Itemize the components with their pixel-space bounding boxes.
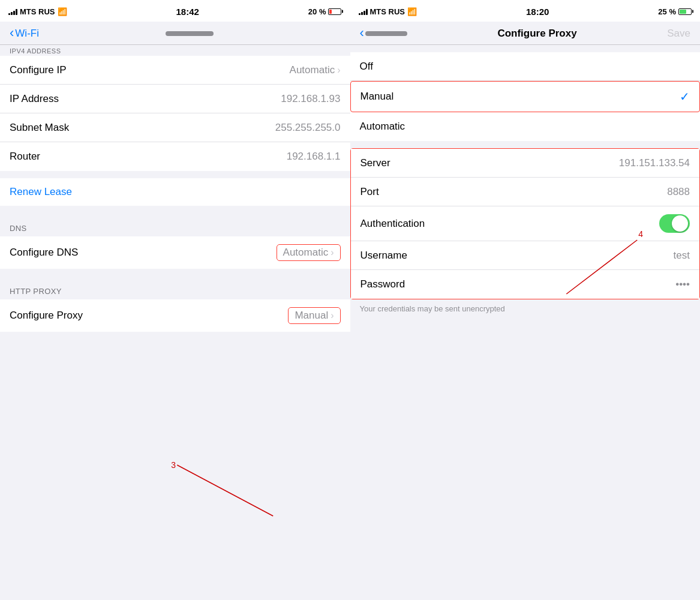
authentication-row[interactable]: Authentication — [351, 206, 700, 241]
carrier-label: MTS RUS — [20, 7, 55, 16]
right-carrier-label: MTS RUS — [370, 7, 405, 16]
right-battery-pct: 25 % — [658, 7, 676, 16]
port-label: Port — [360, 186, 379, 198]
subnet-mask-label: Subnet Mask — [10, 122, 69, 134]
router-value: 192.168.1.1 — [287, 151, 341, 163]
automatic-label: Automatic — [360, 121, 405, 133]
right-status-right: 25 % — [658, 7, 692, 16]
proxy-fields-group: Server 191.151.133.54 Port 8888 Authenti… — [350, 148, 701, 299]
signal-icon — [8, 8, 17, 15]
dns-group: Configure DNS Automatic › — [0, 236, 350, 269]
save-button[interactable]: Save — [667, 28, 690, 40]
configure-ip-label: Configure IP — [10, 64, 67, 76]
configure-ip-row[interactable]: Configure IP Automatic › — [0, 56, 350, 85]
left-status-bar: MTS RUS 📶 18:42 20 % — [0, 0, 350, 22]
configure-proxy-label: Configure Proxy — [10, 310, 83, 322]
configure-ip-value: Automatic › — [290, 64, 341, 76]
manual-label: Manual — [360, 91, 394, 103]
credentials-note: Your credentials may be sent unencrypted — [350, 299, 701, 318]
chevron-proxy-icon: › — [331, 310, 334, 321]
proxy-options-group: Off Manual ✓ Automatic — [350, 52, 701, 141]
password-row[interactable]: Password •••• — [351, 270, 700, 299]
proxy-option-automatic[interactable]: Automatic — [350, 112, 701, 141]
spacer-2 — [0, 206, 350, 213]
server-value: 191.151.133.54 — [619, 157, 690, 169]
network-pill — [166, 31, 214, 36]
configure-proxy-value: Manual › — [288, 307, 340, 324]
subnet-mask-row: Subnet Mask 255.255.255.0 — [0, 113, 350, 142]
svg-text:3: 3 — [171, 460, 176, 470]
toggle-knob — [672, 215, 688, 232]
router-label: Router — [10, 151, 40, 163]
left-status-right: 20 % — [308, 7, 342, 16]
renew-lease-group: Renew Lease — [0, 178, 350, 206]
right-panel: MTS RUS 📶 18:20 25 % ‹ Configure Proxy S… — [350, 0, 701, 600]
battery-pct-label: 20 % — [308, 7, 326, 16]
chevron-left-icon: ‹ — [10, 26, 14, 40]
username-label: Username — [360, 250, 407, 262]
right-spacer-mid — [350, 141, 701, 148]
port-value: 8888 — [667, 186, 690, 198]
port-row[interactable]: Port 8888 — [351, 178, 700, 206]
right-signal-icon — [359, 8, 368, 15]
http-proxy-group: Configure Proxy Manual › — [0, 299, 350, 332]
ipv4-header: IPv4 ADDRESS — [0, 45, 350, 56]
proxy-option-off[interactable]: Off — [350, 52, 701, 81]
authentication-label: Authentication — [360, 218, 425, 230]
right-back-button[interactable]: ‹ — [360, 28, 407, 40]
proxy-option-manual[interactable]: Manual ✓ — [350, 81, 701, 112]
right-chevron-left-icon: ‹ — [360, 26, 364, 40]
right-time: 18:20 — [526, 7, 549, 17]
authentication-toggle[interactable] — [659, 214, 690, 233]
right-status-bar: MTS RUS 📶 18:20 25 % — [350, 0, 701, 22]
configure-proxy-row[interactable]: Configure Proxy Manual › — [0, 299, 350, 332]
left-panel: MTS RUS 📶 18:42 20 % ‹ Wi-Fi IPv4 ADDRES… — [0, 0, 350, 600]
wifi-icon: 📶 — [58, 7, 67, 16]
battery-icon — [328, 8, 341, 15]
right-status-left: MTS RUS 📶 — [359, 7, 417, 16]
server-row[interactable]: Server 191.151.133.54 — [351, 149, 700, 178]
spacer-4 — [0, 332, 350, 339]
right-spacer-top — [350, 45, 701, 52]
chevron-dns-icon: › — [331, 247, 334, 258]
ip-address-label: IP Address — [10, 93, 59, 105]
server-label: Server — [360, 157, 390, 169]
right-nav-bar: ‹ Configure Proxy Save — [350, 22, 701, 45]
back-label: Wi-Fi — [15, 28, 39, 40]
manual-checkmark-icon: ✓ — [680, 89, 690, 104]
right-wifi-icon: 📶 — [407, 7, 417, 16]
http-proxy-header: HTTP PROXY — [0, 276, 350, 299]
ip-address-row: IP Address 192.168.1.93 — [0, 85, 350, 113]
configure-dns-label: Configure DNS — [10, 247, 78, 259]
router-row: Router 192.168.1.1 — [0, 142, 350, 171]
left-nav-bar: ‹ Wi-Fi — [0, 22, 350, 45]
renew-lease-button[interactable]: Renew Lease — [0, 178, 350, 206]
left-time: 18:42 — [176, 7, 199, 17]
password-label: Password — [360, 278, 405, 290]
configure-dns-row[interactable]: Configure DNS Automatic › — [0, 236, 350, 269]
left-status-left: MTS RUS 📶 — [8, 7, 67, 16]
spacer-3 — [0, 269, 350, 276]
username-row[interactable]: Username test — [351, 241, 700, 270]
svg-line-1 — [177, 465, 273, 516]
subnet-mask-value: 255.255.255.0 — [275, 122, 341, 134]
dns-header: DNS — [0, 213, 350, 236]
right-nav-title: Configure Proxy — [407, 28, 667, 40]
right-network-pill — [365, 31, 407, 36]
password-value: •••• — [675, 278, 690, 290]
username-value: test — [674, 250, 690, 262]
off-label: Off — [360, 61, 373, 73]
spacer-1 — [0, 171, 350, 178]
ip-settings-group: Configure IP Automatic › IP Address 192.… — [0, 56, 350, 171]
configure-dns-value: Automatic › — [277, 244, 341, 261]
right-battery-icon — [678, 8, 692, 15]
ip-address-value: 192.168.1.93 — [281, 93, 340, 105]
chevron-icon: › — [337, 65, 340, 76]
back-button[interactable]: ‹ Wi-Fi — [10, 28, 39, 40]
